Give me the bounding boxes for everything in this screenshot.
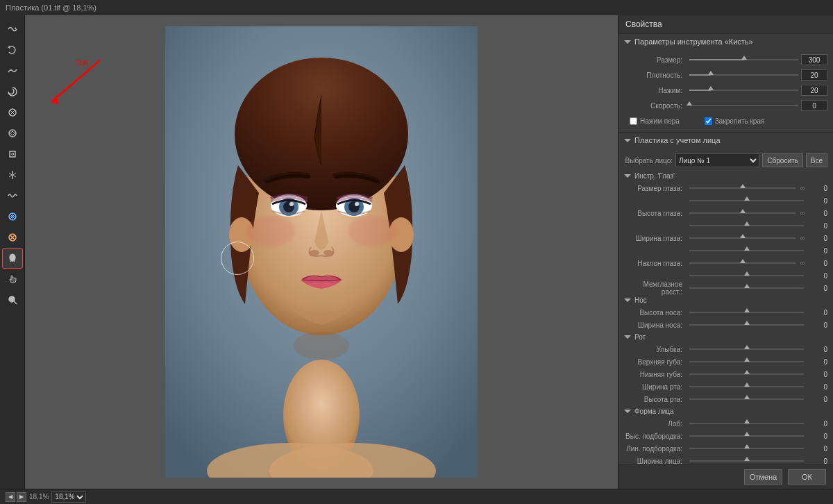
smile-thumb[interactable] xyxy=(744,345,750,349)
tool-forward-warp[interactable] xyxy=(3,19,22,39)
panel-scroll[interactable]: Параметры инструмента «Кисть» Размер: xyxy=(619,34,833,464)
brush-section-header[interactable]: Параметры инструмента «Кисть» xyxy=(619,34,833,49)
mouth-height-slider[interactable] xyxy=(689,398,804,400)
jaw-thumb[interactable] xyxy=(744,444,750,448)
mouth-width-slider[interactable] xyxy=(689,386,804,387)
mouth-subsection-header[interactable]: Рот xyxy=(619,331,833,343)
face-width-slider[interactable] xyxy=(689,460,804,462)
tool-face[interactable] xyxy=(3,249,22,268)
eye-height-r-thumb[interactable] xyxy=(744,221,750,226)
forehead-slider[interactable] xyxy=(689,423,804,424)
pin-edges-check[interactable] xyxy=(705,117,712,125)
face-shape-header[interactable]: Форма лица xyxy=(619,405,833,417)
upper-lip-thumb[interactable] xyxy=(744,358,750,362)
eye-height-r-slider[interactable] xyxy=(689,225,804,226)
nose-height-thumb[interactable] xyxy=(744,308,750,312)
eye-width-label: Ширина глаза: xyxy=(624,235,687,242)
eye-tilt-r-thumb[interactable] xyxy=(744,271,750,276)
eye-width-thumb[interactable] xyxy=(740,234,746,238)
nose-width-slider[interactable] xyxy=(689,324,804,326)
eye-tilt-r-slider[interactable] xyxy=(689,275,804,276)
tool-push-left[interactable] xyxy=(3,144,22,164)
chin-h-thumb[interactable] xyxy=(744,432,750,436)
mouth-height-thumb[interactable] xyxy=(744,395,750,399)
density-thumb[interactable] xyxy=(708,71,714,75)
tool-freeze-mask[interactable] xyxy=(3,207,22,226)
pen-pressure-check[interactable] xyxy=(630,117,637,125)
size-slider[interactable] xyxy=(689,59,798,60)
eye-width-link[interactable]: ∞ xyxy=(798,234,807,242)
svg-point-35 xyxy=(310,250,319,255)
jaw-value: 0 xyxy=(807,445,827,453)
eye-tilt-link[interactable]: ∞ xyxy=(798,259,807,267)
tool-turbulence[interactable] xyxy=(3,186,22,205)
reset-face-btn[interactable]: Сбросить xyxy=(762,153,802,167)
jaw-slider[interactable] xyxy=(689,448,804,449)
zoom-select[interactable]: 18,1% xyxy=(51,492,86,503)
cancel-btn[interactable]: Отмена xyxy=(744,469,782,485)
canvas-container[interactable] xyxy=(165,26,478,478)
eye-tilt-thumb[interactable] xyxy=(740,259,746,263)
speed-input[interactable] xyxy=(801,100,827,111)
face-section-header[interactable]: Пластика с учетом лица xyxy=(619,133,833,148)
eye-size-slider[interactable] xyxy=(689,187,796,189)
eye-tilt-slider[interactable] xyxy=(689,262,796,264)
upper-lip-slider[interactable] xyxy=(689,361,804,362)
density-input[interactable] xyxy=(801,69,827,81)
eye-size-r-thumb[interactable] xyxy=(744,196,750,201)
mouth-width-thumb[interactable] xyxy=(744,383,750,387)
svg-marker-1 xyxy=(8,46,10,49)
lower-lip-slider[interactable] xyxy=(689,373,804,375)
eye-height-thumb[interactable] xyxy=(740,209,746,213)
eye-width-r-thumb[interactable] xyxy=(744,246,750,251)
tool-pucker[interactable] xyxy=(3,103,22,122)
nose-height-slider[interactable] xyxy=(689,312,804,313)
tool-reconstruct[interactable] xyxy=(3,40,22,60)
forehead-thumb[interactable] xyxy=(744,419,750,423)
smile-slider[interactable] xyxy=(689,348,804,350)
tool-thaw-mask[interactable] xyxy=(3,228,22,247)
tool-bloat[interactable] xyxy=(3,124,22,143)
face-width-label: Ширина лица: xyxy=(624,457,687,465)
nose-width-thumb[interactable] xyxy=(744,321,750,325)
eye-width-slider[interactable] xyxy=(689,237,796,239)
eye-size-right-row: 0 xyxy=(619,194,833,207)
eye-size-r-value: 0 xyxy=(807,197,827,205)
canvas-area[interactable]: ToK xyxy=(25,15,618,489)
upper-lip-value: 0 xyxy=(807,358,827,366)
tool-zoom[interactable] xyxy=(3,290,22,310)
face-dropdown[interactable]: Лицо № 1 xyxy=(675,153,759,167)
all-faces-btn[interactable]: Все xyxy=(806,153,827,167)
size-input[interactable] xyxy=(801,54,827,65)
tool-twirl[interactable] xyxy=(3,82,22,101)
speed-thumb[interactable] xyxy=(687,101,692,106)
eye-distance-thumb[interactable] xyxy=(744,284,750,288)
ok-btn[interactable]: ОК xyxy=(788,469,826,485)
speed-slider[interactable] xyxy=(689,105,798,106)
nav-prev[interactable]: ◀ xyxy=(6,492,15,502)
pressure-slider[interactable] xyxy=(689,90,798,91)
eye-size-r-slider[interactable] xyxy=(689,200,804,201)
tool-hand[interactable] xyxy=(3,269,22,289)
face-section: Пластика с учетом лица Выбрать лицо: Лиц… xyxy=(619,133,833,464)
nav-next[interactable]: ▶ xyxy=(17,492,26,502)
density-slider[interactable] xyxy=(689,74,798,76)
face-width-thumb[interactable] xyxy=(744,457,750,461)
mouth-height-label: Высота рта: xyxy=(624,396,687,403)
tool-mirror[interactable] xyxy=(3,165,22,185)
lower-lip-thumb[interactable] xyxy=(744,370,750,374)
pressure-input[interactable] xyxy=(801,85,827,96)
tool-smooth[interactable] xyxy=(3,61,22,81)
pressure-thumb[interactable] xyxy=(708,86,714,90)
eye-distance-slider[interactable] xyxy=(689,287,804,289)
size-thumb[interactable] xyxy=(741,56,747,60)
nose-subsection-header[interactable]: Нос xyxy=(619,294,833,306)
eye-size-link[interactable]: ∞ xyxy=(798,184,807,192)
eye-width-r-slider[interactable] xyxy=(689,250,804,251)
eye-height-slider[interactable] xyxy=(689,212,796,214)
eye-size-thumb[interactable] xyxy=(740,184,746,188)
chin-h-slider[interactable] xyxy=(689,435,804,437)
right-panel: Свойства Параметры инструмента «Кисть» Р… xyxy=(618,15,833,489)
eye-subsection-header[interactable]: Инстр. 'Глаз' xyxy=(619,170,833,182)
eye-height-link[interactable]: ∞ xyxy=(798,209,807,217)
